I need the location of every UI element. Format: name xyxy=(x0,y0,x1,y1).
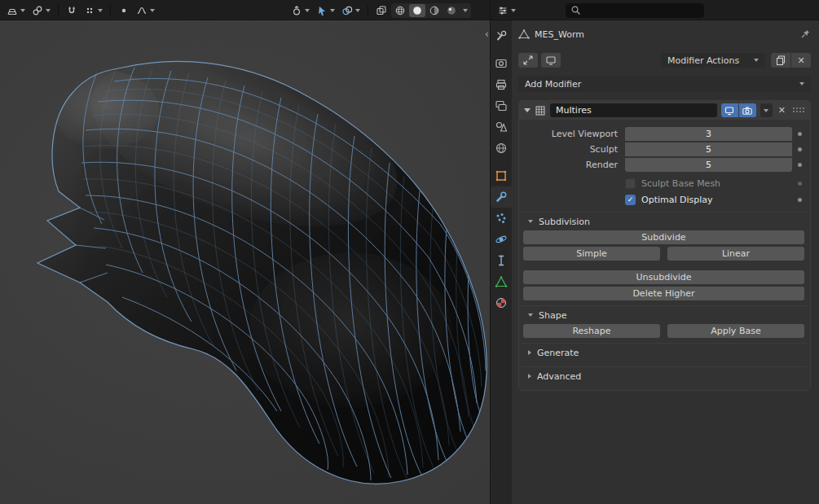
tab-object[interactable] xyxy=(491,165,512,186)
advanced-section-header[interactable]: Advanced xyxy=(521,366,807,385)
drag-handle[interactable] xyxy=(793,107,805,113)
tool-icon xyxy=(495,29,508,42)
add-modifier-dropdown[interactable]: Add Modifier xyxy=(518,76,811,92)
falloff-dropdown-button[interactable] xyxy=(134,3,157,18)
tab-tool[interactable] xyxy=(491,25,512,46)
mesh-data-icon xyxy=(495,275,508,288)
apply-base-button[interactable]: Apply Base xyxy=(667,324,804,338)
tab-particles[interactable] xyxy=(491,208,512,229)
expand-button[interactable] xyxy=(518,53,538,68)
extras-dropdown-button[interactable] xyxy=(760,103,773,117)
chevron-down-icon xyxy=(799,82,804,85)
3d-viewport: ‹ xyxy=(0,0,491,504)
object-name[interactable]: MES_Worm xyxy=(535,29,584,40)
sculpt-base-mesh-row: Sculpt Base Mesh xyxy=(521,176,807,191)
delete-higher-button[interactable]: Delete Higher xyxy=(523,287,804,300)
level-viewport-row: Level Viewport 3 xyxy=(521,126,807,141)
snap-settings-button[interactable] xyxy=(81,3,105,18)
xray-toggle-button[interactable] xyxy=(373,3,390,18)
field-label: Render xyxy=(521,160,625,170)
decorator-dot xyxy=(798,182,802,186)
viewport-canvas[interactable]: ‹ xyxy=(0,20,490,504)
subdivision-section-header[interactable]: Subdivision xyxy=(521,212,807,230)
solid-sphere-icon xyxy=(412,5,423,16)
sidebar-collapse-arrow[interactable]: ‹ xyxy=(485,28,489,39)
show-in-render-toggle[interactable] xyxy=(739,103,756,117)
tab-object-data[interactable] xyxy=(491,271,512,292)
decorator-dot[interactable] xyxy=(798,147,802,151)
close-button[interactable]: ✕ xyxy=(791,53,811,68)
expand-icon xyxy=(522,55,534,66)
tab-scene[interactable] xyxy=(491,116,512,138)
remove-modifier-button[interactable]: ✕ xyxy=(777,106,787,115)
tab-physics[interactable] xyxy=(491,229,512,250)
render-field[interactable]: 5 xyxy=(625,158,792,172)
render-icon xyxy=(495,57,508,70)
solid-shading-button[interactable] xyxy=(409,4,425,17)
properties-editor-type-button[interactable] xyxy=(495,3,518,18)
chevron-down-icon xyxy=(98,9,103,12)
worm-mesh xyxy=(0,20,490,504)
sculpt-field[interactable]: 5 xyxy=(625,142,792,156)
display-button[interactable] xyxy=(541,53,561,68)
pin-icon[interactable] xyxy=(799,28,811,40)
collapse-triangle-icon[interactable] xyxy=(524,108,531,112)
search-box[interactable] xyxy=(566,3,704,18)
tab-render[interactable] xyxy=(491,53,512,74)
reshape-button[interactable]: Reshape xyxy=(523,324,660,338)
gizmos-dropdown-button[interactable] xyxy=(314,3,337,18)
object-icon xyxy=(495,169,508,182)
wireframe-shading-button[interactable] xyxy=(392,4,408,17)
breadcrumb: MES_Worm xyxy=(518,27,811,42)
close-icon: ✕ xyxy=(795,56,806,65)
decorator-dot[interactable] xyxy=(798,163,802,167)
editor-type-button[interactable] xyxy=(4,3,28,18)
material-preview-button[interactable] xyxy=(426,4,443,17)
show-gizmos-button[interactable] xyxy=(288,3,312,18)
subdivide-linear-button[interactable]: Linear xyxy=(667,247,804,261)
snap-toggle-button[interactable] xyxy=(64,3,80,18)
search-input[interactable] xyxy=(584,5,699,15)
tab-view-layer[interactable] xyxy=(491,95,512,116)
cursor-icon xyxy=(316,5,328,16)
subdivide-simple-button[interactable]: Simple xyxy=(523,247,660,261)
falloff-curve-icon xyxy=(136,5,148,16)
tab-constraints[interactable] xyxy=(491,250,512,271)
unsubdivide-button[interactable]: Unsubdivide xyxy=(523,270,804,284)
rendered-shading-button[interactable] xyxy=(443,4,460,17)
mode-dropdown-button[interactable] xyxy=(29,3,53,18)
shading-dropdown-chevron[interactable] xyxy=(463,9,468,12)
tab-world[interactable] xyxy=(491,138,512,159)
add-modifier-label: Add Modifier xyxy=(525,79,581,90)
decorator-dot[interactable] xyxy=(798,132,802,136)
material-sphere-icon xyxy=(429,5,440,16)
viewport-header xyxy=(0,0,490,20)
copy-button[interactable] xyxy=(771,53,790,68)
tab-modifiers[interactable] xyxy=(491,186,512,208)
sculpt-base-mesh-checkbox[interactable] xyxy=(625,178,636,189)
section-title: Shape xyxy=(539,310,566,321)
copy-icon xyxy=(775,55,786,66)
chevron-down-icon xyxy=(20,9,25,12)
generate-section-header[interactable]: Generate xyxy=(521,343,807,362)
modifier-toolbar: Modifier Actions ✕ xyxy=(518,52,811,68)
gizmo-sphere-icon xyxy=(291,5,302,16)
proportional-editing-button[interactable] xyxy=(116,3,132,18)
level-viewport-field[interactable]: 3 xyxy=(625,127,792,141)
shape-section-header[interactable]: Shape xyxy=(521,305,807,324)
tab-material[interactable] xyxy=(491,292,512,313)
blender-window: ‹ xyxy=(0,0,819,504)
subdivide-button[interactable]: Subdivide xyxy=(523,230,804,244)
modifier-actions-dropdown[interactable]: Modifier Actions xyxy=(661,53,765,68)
monitor-icon xyxy=(724,105,735,116)
shading-mode-group xyxy=(391,3,471,18)
printer-icon xyxy=(495,78,508,91)
tab-output[interactable] xyxy=(491,74,512,95)
overlays-dropdown-button[interactable] xyxy=(339,3,363,18)
dot-icon xyxy=(118,5,130,16)
decorator-dot[interactable] xyxy=(798,198,802,202)
chevron-down-icon xyxy=(754,59,759,62)
optimal-display-checkbox[interactable]: ✓ xyxy=(625,195,636,205)
modifier-name-input[interactable]: Multires xyxy=(550,103,717,117)
show-in-viewport-toggle[interactable] xyxy=(721,103,738,117)
